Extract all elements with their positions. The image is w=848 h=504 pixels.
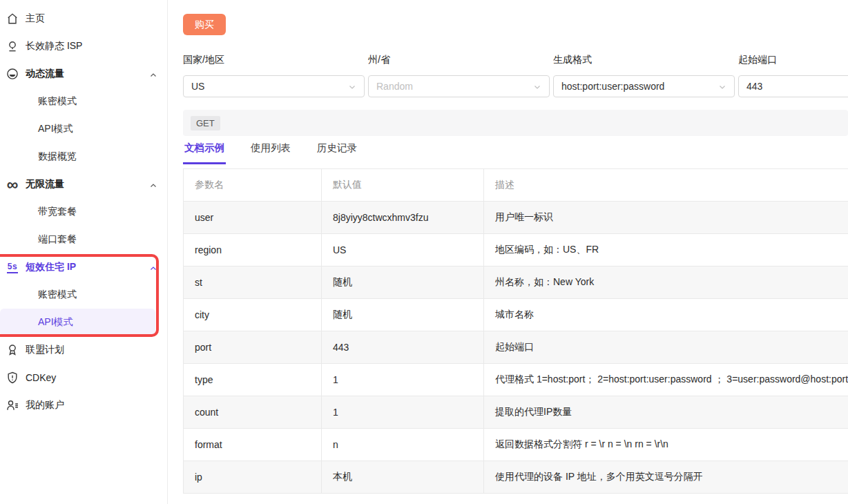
sidebar-item-my-account[interactable]: 我的账户 (0, 391, 168, 419)
tab-history[interactable]: 历史记录 (316, 142, 358, 164)
table-row: city 随机 城市名称 (184, 299, 848, 331)
shield-icon (5, 370, 20, 385)
sidebar-item-label: 主页 (26, 12, 45, 25)
sidebar-item-label: 无限流量 (26, 178, 64, 191)
tab-doc-example[interactable]: 文档示例 (183, 142, 226, 164)
chevron-up-icon[interactable] (149, 180, 157, 188)
medal-icon (5, 342, 20, 358)
table-header-row: 参数名 默认值 描述 (184, 169, 848, 202)
generate-format-label: 生成格式 (553, 54, 592, 66)
sidebar-item-data-overview[interactable]: 数据概览 (0, 143, 168, 171)
state-province-label: 州/省 (368, 54, 390, 66)
sidebar-item-label: 动态流量 (26, 68, 64, 80)
country-region-label: 国家/地区 (183, 54, 224, 66)
table-row: st 随机 州名称，如：New York (184, 266, 848, 299)
chevron-up-icon[interactable] (149, 263, 157, 271)
sidebar-item-short-api-mode[interactable]: API模式 (0, 309, 155, 336)
sidebar-item-bandwidth-plan[interactable]: 带宽套餐 (0, 198, 168, 226)
table-row: user 8j8yiyy8ctwcxhmv3fzu 用户唯一标识 (184, 202, 848, 234)
table-row: region US 地区编码，如：US、FR (184, 234, 848, 266)
sidebar-item-port-plan[interactable]: 端口套餐 (0, 226, 168, 253)
tab-bar: 文档示例 使用列表 历史记录 (183, 142, 358, 164)
table-row: type 1 代理格式 1=host:port； 2=host:port:use… (184, 364, 848, 396)
start-port-label: 起始端口 (738, 54, 777, 66)
chevron-up-icon[interactable] (149, 70, 157, 78)
sidebar-item-short-credential-mode[interactable]: 账密模式 (0, 281, 168, 309)
table-row: count 1 提取的代理IP数量 (184, 396, 848, 429)
sidebar-item-label: 我的账户 (26, 399, 64, 411)
sidebar-item-cdkey[interactable]: CDKey (0, 364, 168, 391)
sidebar-item-static-isp[interactable]: 长效静态 ISP (0, 32, 168, 60)
col-header-default-value: 默认值 (322, 169, 484, 202)
sidebar-item-dynamic-traffic[interactable]: 动态流量 (0, 60, 168, 88)
request-method-bar: GET (183, 110, 848, 136)
main-content: 购买 国家/地区 州/省 生成格式 起始端口 US Random host:po… (168, 0, 848, 504)
chevron-down-icon (348, 82, 356, 90)
col-header-param-name: 参数名 (184, 169, 322, 202)
sidebar: 主页 长效静态 ISP 动态流量 账密模式 API模式 数据概览 (0, 0, 168, 504)
country-select[interactable]: US (183, 75, 365, 97)
chevron-down-icon (533, 82, 541, 90)
table-row: port 443 起始端口 (184, 331, 848, 364)
short-term-5s-icon: 5s (5, 260, 20, 275)
sidebar-item-affiliate-program[interactable]: 联盟计划 (0, 336, 168, 364)
table-row: format n 返回数据格式分割符 r = \r n = \n rn = \r… (184, 429, 848, 461)
sidebar-item-dyn-credential-mode[interactable]: 账密模式 (0, 88, 168, 115)
sidebar-item-label: CDKey (26, 372, 56, 383)
col-header-description: 描述 (484, 169, 848, 202)
sidebar-item-dyn-api-mode[interactable]: API模式 (0, 115, 168, 143)
dynamic-traffic-icon (5, 66, 20, 81)
get-method-badge: GET (191, 116, 220, 130)
sidebar-item-label: 联盟计划 (26, 344, 64, 356)
params-table: 参数名 默认值 描述 user 8j8yiyy8ctwcxhmv3fzu 用户唯… (183, 168, 848, 494)
sidebar-item-short-term-residential-ip[interactable]: 5s 短效住宅 IP (0, 253, 168, 281)
table-row: ip 本机 使用代理的设备 IP 地址，多个用英文逗号分隔开 (184, 461, 848, 494)
home-icon (5, 11, 20, 26)
chevron-down-icon (718, 82, 726, 90)
infinity-icon: ∞ (5, 177, 20, 192)
format-select[interactable]: host:port:user:password (553, 75, 735, 97)
user-list-icon (5, 398, 20, 413)
sidebar-menu: 主页 长效静态 ISP 动态流量 账密模式 API模式 数据概览 (0, 5, 168, 419)
location-pin-icon (5, 39, 20, 54)
start-port-input[interactable]: 443 (738, 75, 848, 97)
sidebar-item-unlimited-traffic[interactable]: ∞ 无限流量 (0, 171, 168, 198)
sidebar-item-label: 短效住宅 IP (26, 261, 76, 273)
sidebar-item-home[interactable]: 主页 (0, 5, 168, 32)
buy-button[interactable]: 购买 (183, 14, 226, 35)
state-select[interactable]: Random (368, 75, 550, 97)
tab-usage-list[interactable]: 使用列表 (249, 142, 292, 164)
sidebar-item-label: 长效静态 ISP (26, 40, 82, 52)
